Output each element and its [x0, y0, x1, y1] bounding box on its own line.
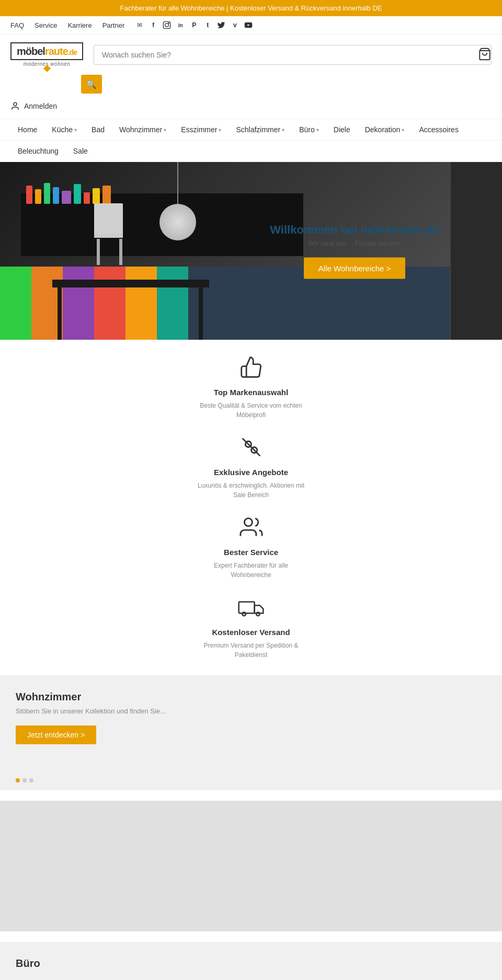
section-gap-1 — [0, 790, 502, 801]
nav-link-service[interactable]: Service — [35, 21, 57, 29]
search-button-row: 🔍 — [0, 75, 502, 99]
wohnzimmer-arrow-icon: ▾ — [164, 127, 166, 133]
nav-sale[interactable]: Sale — [66, 141, 95, 162]
hero-right-cabinet — [450, 162, 502, 340]
feature-title-2: Bester Service — [224, 548, 278, 557]
lamp-cord — [177, 162, 178, 204]
nav-dekoration[interactable]: Dekoration ▾ — [358, 119, 412, 140]
hero-chair — [94, 203, 123, 267]
social-icons-bar: ✉ f in P t v — [135, 20, 253, 30]
nav-link-karriere[interactable]: Karriere — [67, 21, 92, 29]
top-nav: FAQ Service Karriere Partner ✉ f in P t … — [0, 16, 502, 34]
category-wohnzimmer-desc: Stöbern Sie in unserer Kollektion und fi… — [16, 707, 225, 715]
thumbs-up-icon — [239, 355, 263, 384]
hero-kitchen-table — [52, 280, 209, 287]
feature-title-0: Top Markenauswahl — [214, 388, 288, 397]
feature-title-3: Kostenloser Versand — [212, 628, 290, 637]
pinterest-icon[interactable]: P — [189, 20, 199, 30]
schlafzimmer-arrow-icon: ▾ — [282, 127, 284, 133]
dot-2 — [22, 778, 27, 782]
lamp-shade — [159, 204, 196, 240]
main-nav-row1: Home Küche ▾ Bad Wohnzimmer ▾ Esszimmer … — [10, 119, 492, 140]
hero-text-box: Willkommen bei möbelraute.de Wir rund um… — [270, 223, 439, 279]
svg-line-8 — [242, 439, 260, 456]
dekoration-arrow-icon: ▾ — [402, 127, 404, 133]
email-icon[interactable]: ✉ — [135, 20, 144, 30]
logo-text: möbelraute.de — [10, 42, 83, 60]
hero-title: Willkommen bei möbelraute.de — [270, 223, 439, 237]
hero-shelf-items — [26, 183, 111, 204]
category-buero: Büro Anschauen > — [0, 942, 502, 980]
hero-lamp — [157, 162, 199, 246]
hero-table-leg-left — [58, 287, 62, 340]
nav-bad[interactable]: Bad — [84, 119, 112, 140]
site-header: möbelraute.de modernes wohnen — [0, 34, 502, 75]
feature-desc-1: Luxuriös & erschwinglich. Aktionen mit S… — [196, 481, 306, 500]
svg-point-11 — [242, 613, 246, 616]
feature-top-brands: Top Markenauswahl Beste Qualität & Servi… — [196, 355, 306, 420]
dot-3 — [29, 778, 33, 782]
twitter-icon[interactable] — [216, 20, 226, 30]
svg-point-9 — [244, 518, 252, 526]
svg-point-2 — [168, 23, 169, 24]
feature-exclusive-offers: Exklusive Angebote Luxuriös & erschwingl… — [196, 435, 306, 500]
linkedin-icon[interactable]: in — [176, 20, 185, 30]
nav-wohnzimmer[interactable]: Wohnzimmer ▾ — [112, 119, 174, 140]
logo[interactable]: möbelraute.de modernes wohnen — [10, 42, 83, 67]
esszimmer-arrow-icon: ▾ — [219, 127, 221, 133]
svg-point-5 — [14, 102, 17, 106]
category-wohnzimmer: Wohnzimmer Stöbern Sie in unserer Kollek… — [0, 675, 502, 790]
buro-arrow-icon: ▾ — [316, 127, 319, 133]
feature-desc-2: Expert Fachberater für alle Wohnbereiche — [196, 561, 306, 580]
nav-home[interactable]: Home — [10, 119, 44, 140]
nav-buro[interactable]: Büro ▾ — [292, 119, 326, 140]
tumblr-icon[interactable]: t — [203, 20, 212, 30]
user-icon — [10, 101, 20, 111]
svg-point-1 — [165, 24, 169, 27]
delivery-truck-icon — [238, 595, 264, 624]
feature-free-shipping: Kostenloser Versand Premium Versand per … — [196, 595, 306, 660]
top-banner: Fachberater für alle Wohnbereiche | Kost… — [0, 0, 502, 16]
search-submit-button[interactable]: 🔍 — [81, 75, 102, 94]
nav-link-faq[interactable]: FAQ — [10, 21, 24, 29]
nav-beleuchtung[interactable]: Beleuchtung — [10, 141, 66, 162]
login-bar[interactable]: Anmelden — [0, 99, 502, 119]
nav-link-partner[interactable]: Partner — [102, 21, 125, 29]
facebook-icon[interactable]: f — [149, 20, 158, 30]
login-label: Anmelden — [24, 102, 57, 110]
kuche-arrow-icon: ▾ — [74, 127, 77, 133]
wohnzimmer-slider-dots — [16, 778, 33, 782]
wohnzimmer-image-area — [0, 801, 502, 931]
banner-text: Fachberater für alle Wohnbereiche | Kost… — [120, 4, 382, 12]
hero-section: Willkommen bei möbelraute.de Wir rund um… — [0, 162, 502, 340]
youtube-icon[interactable] — [244, 20, 253, 30]
nav-esszimmer[interactable]: Esszimmer ▾ — [174, 119, 229, 140]
percent-icon — [239, 435, 263, 464]
feature-best-service: Bester Service Expert Fachberater für al… — [196, 515, 306, 580]
vimeo-icon[interactable]: v — [230, 20, 239, 30]
category-wohnzimmer-button[interactable]: Jetzt entdecken > — [16, 725, 96, 744]
hero-subtitle: Wir rund um ... Freude daheim — [270, 239, 439, 247]
hero-cta-button[interactable]: Alle Wohnbereiche > — [304, 258, 406, 279]
cart-button[interactable] — [478, 47, 492, 62]
feature-desc-3: Premium Versand per Spedition & Paketdie… — [196, 641, 306, 660]
section-gap-2 — [0, 931, 502, 942]
nav-schlafzimmer[interactable]: Schlafzimmer ▾ — [229, 119, 292, 140]
features-section: Top Markenauswahl Beste Qualität & Servi… — [186, 340, 316, 675]
category-wohnzimmer-title: Wohnzimmer — [16, 691, 486, 703]
nav-diele[interactable]: Diele — [326, 119, 358, 140]
svg-point-12 — [256, 613, 260, 616]
svg-rect-10 — [239, 602, 255, 614]
people-icon — [239, 515, 263, 544]
main-nav-row2: Beleuchtung Sale — [0, 141, 502, 162]
dot-1 — [16, 778, 20, 782]
feature-desc-0: Beste Qualität & Service vom echten Möbe… — [196, 401, 306, 420]
category-buero-title: Büro — [16, 958, 486, 970]
search-input[interactable] — [94, 45, 492, 65]
svg-rect-0 — [164, 21, 170, 28]
nav-kuche[interactable]: Küche ▾ — [44, 119, 84, 140]
hero-table-leg-right — [199, 287, 203, 340]
nav-accessoires[interactable]: Accessoires — [412, 119, 465, 140]
instagram-icon[interactable] — [162, 20, 172, 30]
main-navigation: Home Küche ▾ Bad Wohnzimmer ▾ Esszimmer … — [0, 119, 502, 141]
